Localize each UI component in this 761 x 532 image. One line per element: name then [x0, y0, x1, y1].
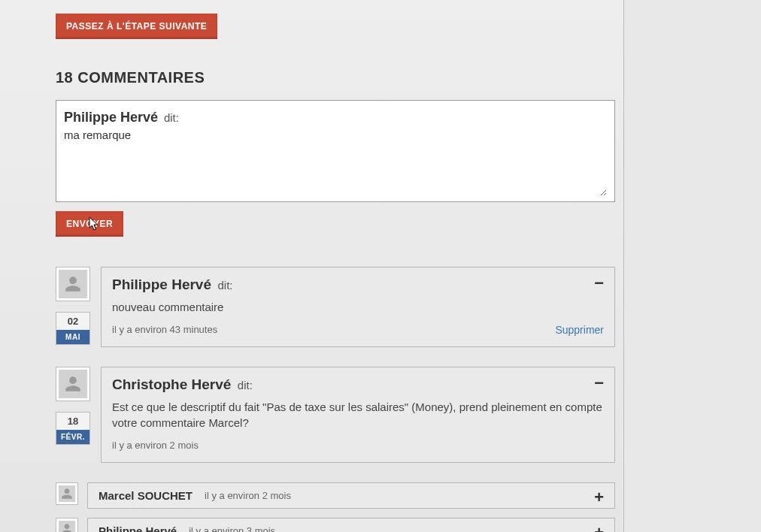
comment-form-author: Philippe Hervé	[64, 110, 158, 125]
date-badge: 02 MAI	[56, 312, 90, 345]
person-icon	[63, 374, 83, 394]
collapse-icon[interactable]: −	[594, 375, 604, 391]
next-step-button[interactable]: PASSEZ À L'ÉTAPE SUIVANTE	[56, 14, 217, 39]
comment-row: 18 FÉVR. − Christophe Hervé dit: Est ce …	[56, 367, 615, 463]
avatar	[56, 367, 90, 401]
delete-link[interactable]: Supprimer	[555, 324, 604, 336]
avatar	[56, 518, 78, 532]
expand-icon[interactable]: +	[594, 489, 604, 506]
main-column: PASSEZ À L'ÉTAPE SUIVANTE 18 COMMENTAIRE…	[0, 0, 624, 532]
date-month: FÉVR.	[56, 430, 89, 444]
comment-input[interactable]	[64, 128, 607, 196]
content-area: PASSEZ À L'ÉTAPE SUIVANTE 18 COMMENTAIRE…	[8, 0, 623, 532]
comment-text: Est ce que le descriptif du fait "Pas de…	[112, 399, 604, 431]
comment-row: + Marcel SOUCHET il y a environ 2 mois	[56, 482, 615, 509]
person-icon	[60, 487, 74, 500]
date-month: MAI	[56, 330, 89, 344]
avatar	[56, 267, 90, 301]
comment-body: − Christophe Hervé dit: Est ce que le de…	[101, 367, 615, 463]
comment-time: il y a environ 3 mois	[189, 525, 275, 532]
comment-body[interactable]: + Marcel SOUCHET il y a environ 2 mois	[87, 482, 615, 509]
avatar	[56, 482, 78, 505]
comment-meta: 02 MAI	[56, 267, 90, 347]
comment-author: Philippe Hervé	[112, 277, 211, 292]
comment-body[interactable]: + Philippe Hervé il y a environ 3 mois	[87, 518, 615, 532]
comment-author: Marcel SOUCHET	[99, 489, 193, 502]
comment-time: il y a environ 43 minutes	[112, 324, 217, 335]
comment-text: nouveau commentaire	[112, 299, 604, 315]
comment-meta	[56, 518, 78, 532]
comment-time: il y a environ 2 mois	[205, 490, 291, 501]
collapse-icon[interactable]: −	[594, 275, 604, 292]
date-day: 02	[56, 313, 89, 330]
comment-row: 02 MAI − Philippe Hervé dit: nouveau com…	[56, 267, 615, 347]
comment-says: dit:	[217, 279, 232, 292]
person-icon	[63, 274, 83, 294]
person-icon	[60, 522, 74, 532]
right-sidebar	[624, 0, 761, 532]
comment-author: Christophe Hervé	[112, 376, 231, 392]
date-badge: 18 FÉVR.	[56, 412, 90, 445]
comments-list: 02 MAI − Philippe Hervé dit: nouveau com…	[56, 267, 614, 532]
comments-section-title: 18 COMMENTAIRES	[56, 69, 614, 86]
comment-form: Philippe Hervé dit:	[56, 100, 615, 202]
comment-time: il y a environ 2 mois	[112, 440, 199, 451]
comment-says: dit:	[238, 379, 253, 391]
send-button[interactable]: ENVOYER	[56, 211, 123, 237]
date-day: 18	[56, 413, 89, 430]
comment-meta	[56, 482, 78, 509]
comment-form-says: dit:	[164, 111, 179, 124]
comment-meta: 18 FÉVR.	[56, 367, 90, 463]
comment-author: Philippe Hervé	[99, 524, 177, 532]
comment-row: + Philippe Hervé il y a environ 3 mois	[56, 518, 615, 532]
page: PASSEZ À L'ÉTAPE SUIVANTE 18 COMMENTAIRE…	[0, 0, 761, 532]
expand-icon[interactable]: +	[594, 524, 604, 532]
comment-body: − Philippe Hervé dit: nouveau commentair…	[101, 267, 615, 347]
